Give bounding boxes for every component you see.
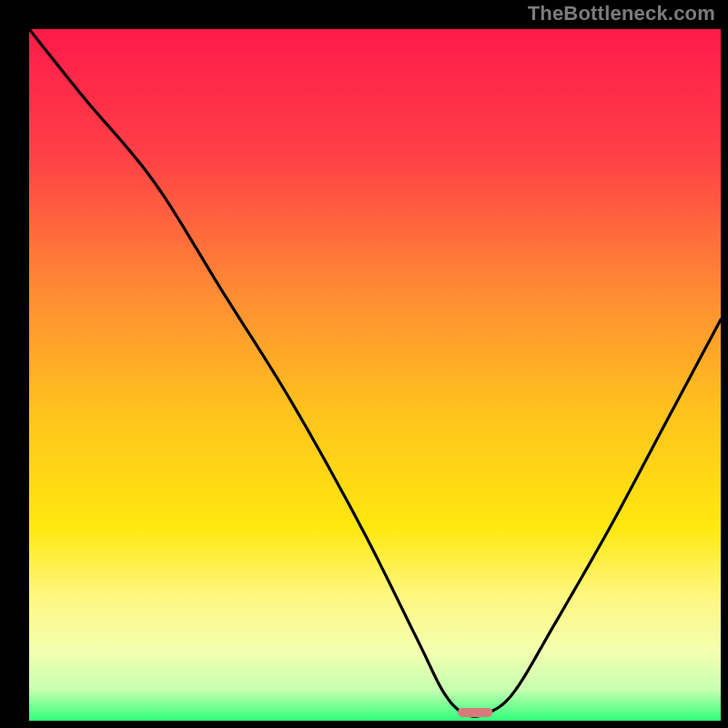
watermark-text: TheBottleneck.com (528, 2, 715, 25)
gradient-background (29, 29, 721, 721)
bottleneck-chart (29, 29, 721, 721)
plot-area (29, 29, 721, 721)
optimal-region-marker (458, 708, 492, 717)
chart-frame (11, 11, 717, 717)
